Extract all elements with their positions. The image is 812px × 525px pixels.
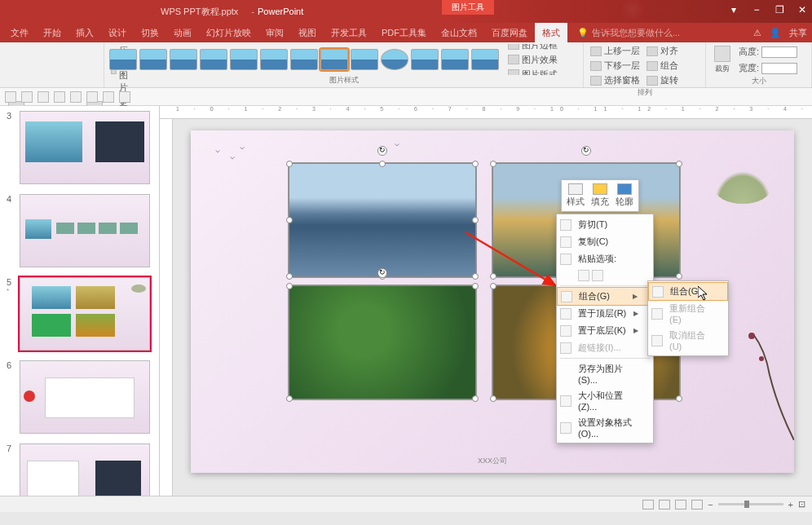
zoom-slider[interactable]	[718, 503, 783, 505]
ctx-save-as-pic[interactable]: 另存为图片(S)...	[557, 360, 653, 387]
view-slideshow-icon[interactable]	[691, 500, 703, 510]
group-button[interactable]: 组合	[645, 59, 680, 73]
ctx-size-position[interactable]: 大小和位置(Z)...	[557, 387, 653, 414]
tab-transition[interactable]: 切换	[134, 23, 166, 42]
submenu-regroup[interactable]: 重新组合(E)	[648, 300, 728, 327]
picture-border-button[interactable]: 图片边框	[506, 44, 559, 52]
resize-handle[interactable]	[490, 395, 496, 402]
qat-save-icon[interactable]	[5, 91, 16, 103]
ctx-paste-options[interactable]	[557, 267, 653, 284]
tell-me-search[interactable]: 💡 告诉我您想要做什么...	[577, 27, 680, 39]
tab-design[interactable]: 设计	[101, 23, 134, 42]
slide-thumb-4[interactable]: 4	[7, 194, 152, 267]
view-sorter-icon[interactable]	[659, 500, 670, 510]
ctx-send-back[interactable]: 置于底层(K)▶	[557, 322, 653, 339]
close-button[interactable]: ✕	[796, 3, 809, 16]
resize-handle[interactable]	[490, 273, 496, 280]
tab-home[interactable]: 开始	[36, 23, 68, 42]
view-reading-icon[interactable]	[675, 500, 686, 510]
ctx-format-object[interactable]: 设置对象格式(O)...	[557, 414, 653, 441]
height-input[interactable]	[761, 46, 797, 58]
zoom-in-button[interactable]: +	[788, 500, 793, 510]
slide-thumb-3[interactable]: 3	[7, 111, 152, 184]
picture-style-5[interactable]	[230, 49, 258, 70]
tab-developer[interactable]: 开发工具	[324, 23, 374, 42]
selection-pane-button[interactable]: 选择窗格	[589, 73, 642, 87]
qat-icon-5[interactable]	[70, 91, 82, 103]
resize-handle[interactable]	[472, 273, 479, 280]
tab-baidu[interactable]: 百度网盘	[484, 23, 535, 42]
resize-handle[interactable]	[676, 161, 682, 167]
picture-style-1[interactable]	[109, 49, 137, 70]
picture-effects-button[interactable]: 图片效果	[506, 53, 559, 67]
rotation-handle[interactable]	[581, 146, 591, 156]
resize-handle[interactable]	[286, 217, 293, 223]
picture-style-8[interactable]	[320, 49, 348, 70]
ctx-hyperlink[interactable]: 超链接(I)...	[557, 339, 653, 356]
slide-edit-area[interactable]: 1 · 0 · 1 · 2 · 3 · 4 · 5 · 6 · 7 · 8 · …	[160, 106, 812, 496]
mini-fill-button[interactable]: 填充	[591, 183, 609, 208]
resize-handle[interactable]	[472, 283, 479, 289]
qat-redo-icon[interactable]	[38, 91, 49, 103]
slide-thumbnails-panel[interactable]: 3 4 5* 6	[0, 106, 160, 496]
tab-pdf[interactable]: PDF工具集	[374, 23, 434, 42]
picture-top-left[interactable]	[289, 163, 476, 277]
qat-icon-7[interactable]	[103, 91, 114, 103]
picture-layout-button[interactable]: 图片版式	[506, 68, 559, 76]
ribbon-options-icon[interactable]: ▾	[727, 3, 740, 16]
qat-icon-4[interactable]	[54, 91, 65, 103]
tab-format[interactable]: 格式	[535, 23, 567, 42]
picture-style-2[interactable]	[139, 49, 167, 70]
resize-handle[interactable]	[490, 161, 496, 167]
mini-outline-button[interactable]: 轮廓	[616, 183, 633, 208]
qat-icon-6[interactable]	[86, 91, 98, 103]
picture-style-10[interactable]	[381, 49, 408, 70]
tab-insert[interactable]: 插入	[68, 23, 101, 42]
resize-handle[interactable]	[472, 161, 479, 167]
resize-handle[interactable]	[490, 283, 496, 289]
picture-style-11[interactable]	[411, 49, 439, 70]
user-icon[interactable]: 👤	[770, 28, 781, 38]
tab-slideshow[interactable]: 幻灯片放映	[199, 23, 258, 42]
slide-thumb-6[interactable]: 6	[7, 360, 152, 434]
resize-handle[interactable]	[286, 283, 293, 289]
ctx-bring-front[interactable]: 置于顶层(R)▶	[557, 305, 653, 322]
picture-style-9[interactable]	[351, 49, 378, 70]
zoom-out-button[interactable]: −	[708, 500, 713, 510]
resize-handle[interactable]	[286, 395, 293, 402]
tab-jinshan[interactable]: 金山文档	[434, 23, 484, 42]
resize-handle[interactable]	[472, 395, 479, 402]
tab-file[interactable]: 文件	[3, 23, 36, 42]
rotate-button[interactable]: 旋转	[645, 73, 680, 87]
mini-style-button[interactable]: 样式	[567, 183, 585, 208]
submenu-group[interactable]: 组合(G)	[648, 282, 728, 301]
view-normal-icon[interactable]	[642, 500, 654, 510]
picture-style-12[interactable]	[441, 49, 469, 70]
crop-button[interactable]: 裁剪	[711, 44, 734, 76]
picture-style-6[interactable]	[260, 49, 288, 70]
ctx-group[interactable]: 组合(G)▶	[557, 287, 653, 306]
rotation-handle[interactable]	[377, 268, 387, 278]
rotation-handle[interactable]	[377, 146, 387, 156]
minimize-button[interactable]: −	[750, 3, 763, 16]
tab-review[interactable]: 审阅	[258, 23, 291, 42]
send-backward-button[interactable]: 下移一层	[589, 59, 642, 73]
ctx-cut[interactable]: 剪切(T)	[557, 216, 653, 233]
slide-thumb-7[interactable]: 7	[7, 443, 152, 496]
restore-button[interactable]: ❐	[773, 3, 786, 16]
resize-handle[interactable]	[472, 217, 479, 223]
submenu-ungroup[interactable]: 取消组合(U)	[648, 327, 728, 354]
align-button[interactable]: 对齐	[645, 44, 680, 58]
zoom-fit-button[interactable]: ⊡	[798, 499, 805, 510]
paste-opt-1-icon[interactable]	[578, 270, 589, 281]
resize-handle[interactable]	[676, 395, 682, 402]
resize-handle[interactable]	[676, 273, 682, 280]
picture-bottom-left[interactable]	[289, 285, 476, 399]
slide-thumb-5[interactable]: 5*	[7, 277, 152, 351]
share-button[interactable]: 共享	[789, 27, 807, 39]
picture-style-7[interactable]	[290, 49, 318, 70]
ctx-copy[interactable]: 复制(C)	[557, 233, 653, 250]
bring-forward-button[interactable]: 上移一层	[589, 44, 642, 58]
picture-style-3[interactable]	[170, 49, 197, 70]
qat-undo-icon[interactable]	[21, 91, 33, 103]
